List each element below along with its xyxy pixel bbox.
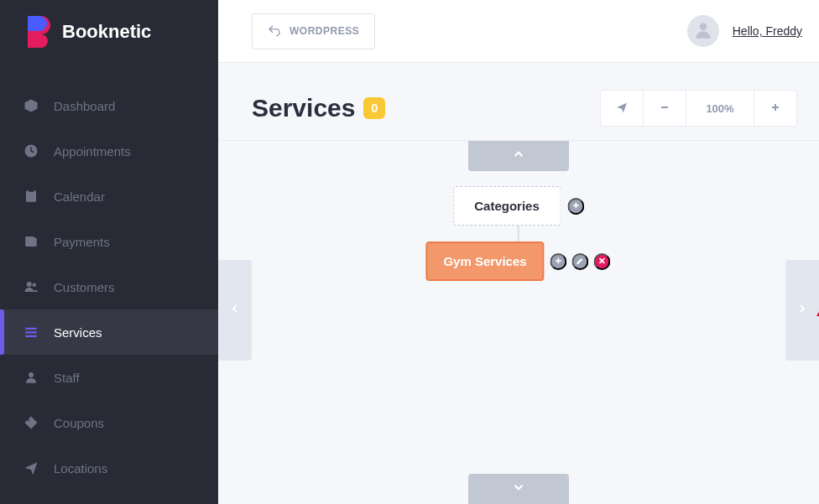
- svg-rect-3: [25, 238, 37, 247]
- wordpress-back-button[interactable]: WORDPRESS: [252, 13, 375, 49]
- edit-category-button[interactable]: [572, 253, 589, 270]
- plus-icon: [770, 102, 780, 115]
- location-icon: [616, 101, 628, 116]
- sidebar-item-label: Customers: [54, 280, 115, 294]
- sidebar-item-locations[interactable]: Locations: [0, 445, 218, 491]
- logo[interactable]: Booknetic: [0, 0, 218, 63]
- svg-rect-8: [25, 331, 37, 333]
- svg-rect-19: [556, 260, 561, 262]
- svg-point-10: [29, 372, 34, 377]
- category-node[interactable]: Gym Services: [426, 242, 543, 280]
- svg-rect-15: [772, 107, 779, 108]
- minus-icon: [660, 102, 670, 115]
- svg-rect-9: [25, 335, 37, 337]
- wallet-icon: [23, 234, 39, 249]
- svg-rect-13: [661, 107, 668, 108]
- user-area: Hello, Freddy: [687, 15, 802, 47]
- scroll-down-button[interactable]: [468, 474, 569, 504]
- zoom-controls: 100%: [601, 90, 797, 127]
- page-title: Services: [252, 94, 355, 122]
- user-icon: [23, 370, 39, 385]
- sidebar-item-appointments[interactable]: Appointments: [0, 128, 218, 174]
- topbar: WORDPRESS Hello, Freddy: [218, 0, 819, 63]
- sidebar-item-label: Staff: [54, 371, 80, 385]
- plus-icon: [555, 255, 563, 268]
- user-greeting[interactable]: Hello, Freddy: [733, 24, 802, 38]
- pencil-icon: [576, 255, 585, 268]
- svg-point-11: [28, 419, 29, 421]
- logo-icon: [25, 16, 50, 48]
- main: WORDPRESS Hello, Freddy Services 0: [218, 0, 819, 504]
- chevron-right-icon: [796, 302, 809, 319]
- sidebar-item-coupons[interactable]: Coupons: [0, 400, 218, 445]
- clipboard-icon: [23, 189, 39, 204]
- sidebar-item-staff[interactable]: Staff: [0, 355, 218, 400]
- category-tree: Categories Gym Services: [426, 186, 610, 280]
- services-count-badge: 0: [363, 97, 385, 119]
- chevron-down-icon: [511, 480, 526, 498]
- tag-icon: [23, 415, 39, 430]
- svg-rect-1: [26, 190, 36, 202]
- locate-button[interactable]: [600, 90, 644, 127]
- nav: Dashboard Appointments Calendar Payments…: [0, 63, 218, 491]
- chevron-left-icon: [228, 302, 242, 319]
- scroll-right-button[interactable]: [785, 260, 819, 361]
- sidebar-item-services[interactable]: Services: [0, 309, 218, 355]
- tree-connector: [519, 226, 519, 242]
- sidebar-item-label: Appointments: [54, 144, 131, 158]
- sidebar-item-label: Services: [54, 325, 102, 340]
- svg-rect-7: [25, 328, 37, 330]
- scroll-up-button[interactable]: [468, 141, 569, 171]
- delete-category-button[interactable]: [594, 253, 611, 270]
- root-category-node[interactable]: Categories: [453, 186, 561, 226]
- plus-icon: [571, 200, 580, 212]
- svg-rect-4: [25, 236, 34, 239]
- sidebar-item-label: Coupons: [54, 416, 104, 430]
- sidebar-item-label: Locations: [54, 461, 107, 475]
- sidebar: Booknetic Dashboard Appointments Calenda…: [0, 0, 218, 504]
- sidebar-item-dashboard[interactable]: Dashboard: [0, 83, 218, 128]
- sidebar-item-calendar[interactable]: Calendar: [0, 174, 218, 219]
- avatar[interactable]: [687, 15, 719, 47]
- svg-point-5: [27, 282, 32, 287]
- svg-rect-2: [29, 190, 34, 192]
- wordpress-back-label: WORDPRESS: [290, 25, 359, 37]
- sidebar-item-label: Dashboard: [54, 99, 115, 113]
- scroll-left-button[interactable]: [218, 260, 252, 361]
- plane-icon: [23, 460, 39, 475]
- page-header: Services 0 100%: [218, 63, 819, 141]
- tree-canvas: Categories Gym Services: [218, 141, 819, 504]
- zoom-out-button[interactable]: [643, 90, 686, 127]
- svg-rect-17: [573, 205, 579, 206]
- chevron-up-icon: [511, 147, 526, 165]
- svg-point-6: [33, 283, 37, 288]
- back-arrow-icon: [268, 23, 281, 39]
- sidebar-item-label: Payments: [54, 235, 110, 249]
- close-icon: [598, 255, 607, 268]
- brand-name: Booknetic: [62, 21, 151, 43]
- avatar-icon: [692, 18, 714, 44]
- clock-icon: [23, 143, 39, 158]
- sidebar-item-payments[interactable]: Payments: [0, 219, 218, 264]
- add-subcategory-button[interactable]: [550, 253, 567, 270]
- zoom-in-button[interactable]: [754, 90, 797, 127]
- bars-icon: [23, 325, 39, 340]
- sidebar-item-customers[interactable]: Customers: [0, 264, 218, 309]
- add-category-button[interactable]: [567, 198, 584, 215]
- zoom-percent: 100%: [686, 90, 754, 127]
- svg-point-12: [699, 23, 707, 30]
- box-icon: [23, 98, 39, 113]
- users-icon: [23, 279, 39, 294]
- sidebar-item-label: Calendar: [54, 190, 105, 204]
